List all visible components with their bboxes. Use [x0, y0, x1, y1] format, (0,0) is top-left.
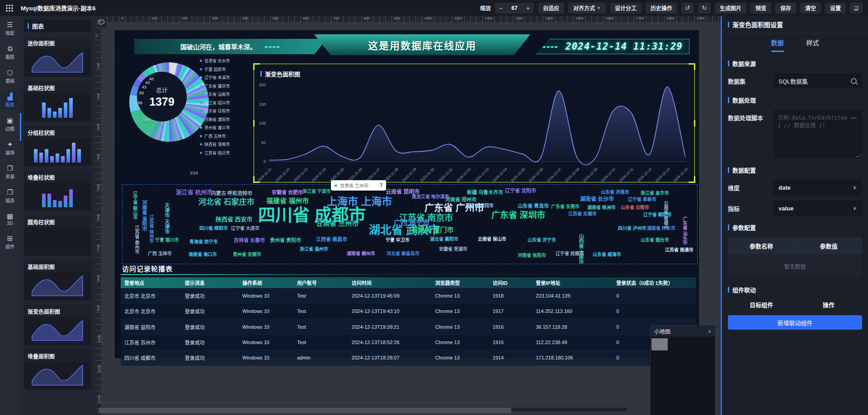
dataset-input[interactable]: SQL数据集: [773, 73, 862, 89]
legend-label: 广东省 肇庆市: [204, 83, 230, 89]
wordcloud-word: 上海市 上海市: [327, 196, 392, 207]
zoom-value[interactable]: 67: [507, 5, 522, 11]
preview-button[interactable]: 预览: [750, 3, 771, 14]
minimap-header[interactable]: 小地图 ∧: [651, 326, 715, 336]
legend-item[interactable]: 陕西省 渭南市: [200, 141, 230, 147]
table-row[interactable]: 北京市 北京市登录成功Windows 10Test2024-12-13T19:4…: [121, 288, 696, 303]
dimension-select[interactable]: date∨: [773, 180, 862, 195]
legend-item[interactable]: 宁夏 固原市: [200, 66, 230, 72]
layers-icon: ⧉: [8, 45, 13, 52]
chart-card-1[interactable]: 迷你面积图: [24, 37, 91, 77]
table-row[interactable]: 四川省 成都市登录成功Windows 10admin2024-12-13T18:…: [121, 350, 696, 366]
chart-card-thumbnail: [24, 317, 91, 345]
ruler-tick-label: 1900: [697, 16, 705, 20]
chart-card-label: 基础柱状图: [24, 81, 91, 93]
section-label: 组件联动: [732, 285, 756, 294]
legend-item[interactable]: 广东省 肇庆市: [200, 83, 230, 89]
align-dropdown[interactable]: 对齐方式▼: [568, 3, 606, 14]
legend-item[interactable]: 浙江省 绍兴市: [200, 100, 230, 106]
clear-button[interactable]: 清空: [800, 3, 821, 14]
table-cell: Chrome 13: [431, 308, 489, 314]
table-row[interactable]: 江苏省 苏州市登录成功Windows 10Test2024-12-13T18:5…: [121, 335, 696, 350]
chart-card-7[interactable]: 渐变色面积图: [24, 305, 91, 345]
sidebar-item-configuration[interactable]: ❐组态: [1, 187, 19, 205]
banner-left-component[interactable]: 国破山河在，城春草木深。 ▰▰▰▰: [134, 39, 326, 54]
x-axis-tick: 2024-11-29: [401, 167, 417, 183]
design-canvas[interactable]: 0100200300400500600700800900100011001200…: [95, 16, 721, 415]
metric-select[interactable]: value∨: [773, 201, 862, 216]
panel-toggle-icon: ⊒: [854, 5, 859, 11]
sidebar-item-basic[interactable]: ⬡基础: [1, 67, 19, 85]
legend-pagination[interactable]: 1/14: [190, 171, 198, 175]
sidebar-item-label: 图层: [5, 53, 14, 60]
selection-handle[interactable]: [689, 63, 695, 70]
sidebar-item-decoration[interactable]: ✦装饰: [1, 139, 19, 157]
selection-handle[interactable]: [694, 120, 695, 126]
sidebar-item-border[interactable]: ▣边框: [1, 115, 19, 133]
table-row[interactable]: 北京市 北京市登录成功Windows 10Test2024-12-13T19:4…: [121, 303, 696, 319]
table-row[interactable]: 湖南省 益阳市登录成功Windows 10Test2024-12-13T19:3…: [121, 319, 696, 335]
chart-card-5[interactable]: 圆角柱状图: [24, 215, 91, 256]
horizontal-scrollbar[interactable]: [99, 408, 627, 411]
access-record-table[interactable]: 登录地点提示消息操作系统用户账号访问时间浏览器类型访问ID登录IP地址登录状态（…: [121, 277, 696, 366]
clock-component[interactable]: ▰▰▰▰ 2024-12-14 11:31:29: [536, 39, 689, 54]
ruler-tick-label: 500: [273, 16, 278, 20]
ruler-tick-label: 1200: [485, 16, 493, 20]
legend-item[interactable]: 辽宁省 本溪市: [200, 75, 230, 80]
sidebar-item-charts[interactable]: ▟图表: [1, 91, 19, 109]
selection-handle[interactable]: [689, 176, 695, 183]
ruler-tick-label: 100: [96, 63, 100, 69]
wordcloud-word: 陕西省 西安市: [216, 216, 253, 222]
resize-handle-icon[interactable]: [856, 154, 862, 157]
panel-scrollbar[interactable]: [20, 113, 21, 141]
chart-card-3[interactable]: 分组柱状图: [24, 126, 91, 166]
pie-chart-component[interactable]: 总计 1379 1839555434340 甘肃省 天水市宁夏 固原市辽宁省 本…: [122, 57, 254, 175]
legend-item[interactable]: 广西 玉林市: [200, 133, 230, 139]
tab-data[interactable]: 数据: [771, 38, 784, 52]
scrollbar-thumb[interactable]: [99, 408, 511, 413]
script-textarea[interactable]: 示例:data.forEach(item => { // 数据处理 }): [773, 110, 862, 159]
add-linkage-button[interactable]: 新增联动组件: [728, 315, 862, 330]
chart-card-6[interactable]: 基础面积图: [24, 260, 91, 300]
collapse-chevron-icon[interactable]: ∧: [708, 329, 711, 334]
legend-item[interactable]: 山东省 日照市: [200, 108, 230, 114]
undo-button[interactable]: ↺: [681, 3, 694, 14]
selection-handle[interactable]: [253, 63, 260, 70]
legend-item[interactable]: 贵州省 遵义市: [200, 125, 230, 131]
zoom-out-button[interactable]: −: [495, 5, 507, 12]
dashboard-screen[interactable]: 国破山河在，城春草木深。 ▰▰▰▰ 这是用数据库在线应用 ▰▰▰▰ 2024-1…: [115, 31, 698, 358]
legend-item[interactable]: 江苏省 宿迁市: [200, 150, 230, 156]
apps-grid-icon[interactable]: [5, 4, 14, 12]
ruler-corner[interactable]: [95, 16, 107, 28]
sidebar-item-collapse[interactable]: ☰收起: [1, 19, 19, 37]
settings-button[interactable]: 设置: [825, 3, 846, 14]
fit-button[interactable]: 自适应: [538, 3, 564, 14]
minimap-viewport[interactable]: [651, 338, 668, 350]
save-button[interactable]: 保存: [775, 3, 796, 14]
search-icon[interactable]: [851, 78, 857, 84]
chart-card-8[interactable]: 堆叠面积图: [24, 350, 91, 390]
legend-item[interactable]: 广东省 汕尾市: [200, 91, 230, 97]
tab-style[interactable]: 样式: [807, 38, 819, 52]
chart-card-4[interactable]: 堆叠柱状图: [24, 171, 91, 211]
sidebar-item-3d[interactable]: ▦3D: [1, 211, 19, 227]
clock-deco-icon: ▰▰▰▰: [542, 44, 558, 49]
legend-item[interactable]: 河南省 濮阳市: [200, 117, 230, 122]
chart-card-2[interactable]: 基础柱状图: [24, 81, 91, 121]
header-title-component[interactable]: 这是用数据库在线应用: [314, 34, 530, 55]
sidebar-item-layers[interactable]: ⧉图层: [1, 43, 19, 61]
chart-card-label: 分组柱状图: [24, 126, 91, 138]
panel-toggle-button[interactable]: ⊒: [850, 3, 863, 14]
ruler-tick-label: 400: [96, 154, 100, 160]
history-button[interactable]: 历史操作: [646, 3, 677, 14]
sidebar-item-components[interactable]: ⊞组件: [1, 233, 19, 251]
zoom-in-button[interactable]: +: [522, 5, 534, 12]
legend-item[interactable]: 甘肃省 天水市: [200, 58, 230, 64]
gradient-area-chart-component[interactable]: 渐变色面积图 200150100500 2024-11-212024-11-22…: [254, 64, 695, 182]
wordcloud-component[interactable]: 四川省 成都市湖北省 武汉市广东省 广州市上海市 上海市江苏省 南京市广东省 深…: [122, 184, 698, 264]
sidebar-item-resource[interactable]: ❒资源: [1, 163, 19, 181]
redo-button[interactable]: ↻: [698, 3, 711, 14]
pie-center-value: 1379: [149, 95, 175, 108]
design-division-button[interactable]: 设计分工: [610, 3, 642, 14]
generate-image-button[interactable]: 生成图片: [715, 3, 746, 14]
